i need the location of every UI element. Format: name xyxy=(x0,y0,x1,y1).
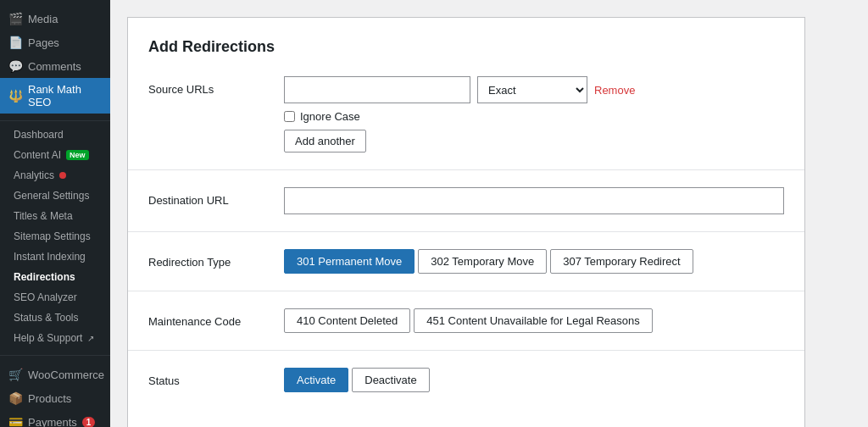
redirection-type-row: Redirection Type 301 Permanent Move 302 … xyxy=(148,249,784,274)
sidebar-item-status-tools[interactable]: Status & Tools xyxy=(0,308,110,328)
sidebar-item-help-support[interactable]: Help & Support ↗ xyxy=(0,328,110,348)
sidebar-item-rank-math[interactable]: 🔱 Rank Math SEO xyxy=(0,78,110,114)
ignore-case-row: Ignore Case xyxy=(284,110,784,123)
sidebar-top-items: 🎬 Media 📄 Pages 💬 Comments 🔱 Rank Math S… xyxy=(0,0,110,121)
sidebar: 🎬 Media 📄 Pages 💬 Comments 🔱 Rank Math S… xyxy=(0,0,110,427)
payments-badge: 1 xyxy=(82,417,96,428)
btn-451-content-unavailable[interactable]: 451 Content Unavailable for Legal Reason… xyxy=(414,308,653,333)
maintenance-code-field: 410 Content Deleted 451 Content Unavaila… xyxy=(284,308,784,333)
sidebar-item-general-settings[interactable]: General Settings xyxy=(0,186,110,206)
btn-301-permanent-move[interactable]: 301 Permanent Move xyxy=(284,249,415,274)
sidebar-item-pages[interactable]: 📄 Pages xyxy=(0,30,110,54)
sidebar-item-instant-indexing[interactable]: Instant Indexing xyxy=(0,247,110,267)
woocommerce-icon: 🛒 xyxy=(8,368,23,381)
sidebar-item-titles-meta[interactable]: Titles & Meta xyxy=(0,206,110,226)
btn-307-temporary-redirect[interactable]: 307 Temporary Redirect xyxy=(550,249,693,274)
sidebar-item-seo-analyzer[interactable]: SEO Analyzer xyxy=(0,287,110,308)
bottom-menu: 🛒 WooCommerce 📦 Products 💳 Payments 1 📊 … xyxy=(0,359,110,427)
maintenance-code-label: Maintenance Code xyxy=(148,308,284,328)
btn-410-content-deleted[interactable]: 410 Content Deleted xyxy=(284,308,410,333)
remove-link[interactable]: Remove xyxy=(594,84,635,97)
pages-icon: 📄 xyxy=(8,36,23,49)
rank-math-icon: 🔱 xyxy=(8,89,23,103)
main-content: Add Redirections Source URLs Exact Conta… xyxy=(110,0,868,427)
destination-url-label: Destination URL xyxy=(148,187,284,207)
deactivate-button[interactable]: Deactivate xyxy=(352,368,429,392)
status-buttons: Activate Deactivate xyxy=(284,368,784,392)
sidebar-item-media[interactable]: 🎬 Media xyxy=(0,7,110,30)
external-link-icon: ↗ xyxy=(87,334,94,343)
source-url-input[interactable] xyxy=(284,76,470,103)
sidebar-item-products[interactable]: 📦 Products xyxy=(0,386,110,410)
rank-math-submenu: Dashboard Content AI New Analytics Gener… xyxy=(0,121,110,352)
new-badge: New xyxy=(66,150,89,160)
destination-url-field xyxy=(284,187,784,214)
sidebar-item-payments[interactable]: 💳 Payments 1 xyxy=(0,410,110,427)
sidebar-item-dashboard[interactable]: Dashboard xyxy=(0,125,110,145)
form-container: Add Redirections Source URLs Exact Conta… xyxy=(127,17,805,427)
products-icon: 📦 xyxy=(8,391,23,405)
maintenance-code-buttons: 410 Content Deleted 451 Content Unavaila… xyxy=(284,308,784,333)
destination-url-input[interactable] xyxy=(284,187,784,214)
status-row: Status Activate Deactivate xyxy=(148,368,784,392)
sidebar-item-comments[interactable]: 💬 Comments xyxy=(0,54,110,78)
source-urls-field: Exact Contains Starts With Ends With Reg… xyxy=(284,76,784,152)
activate-button[interactable]: Activate xyxy=(284,368,348,392)
sidebar-item-content-ai[interactable]: Content AI New xyxy=(0,145,110,165)
add-another-button[interactable]: Add another xyxy=(284,130,366,152)
sidebar-item-sitemap-settings[interactable]: Sitemap Settings xyxy=(0,226,110,247)
maintenance-code-row: Maintenance Code 410 Content Deleted 451… xyxy=(148,308,784,333)
ignore-case-label: Ignore Case xyxy=(300,110,360,123)
analytics-alert-badge xyxy=(59,172,66,179)
sidebar-item-analytics[interactable]: Analytics xyxy=(0,165,110,186)
source-urls-row: Source URLs Exact Contains Starts With E… xyxy=(148,76,784,152)
ignore-case-checkbox[interactable] xyxy=(284,111,295,122)
btn-302-temporary-move[interactable]: 302 Temporary Move xyxy=(418,249,547,274)
destination-url-row: Destination URL xyxy=(148,187,784,214)
source-urls-label: Source URLs xyxy=(148,76,284,96)
redirection-type-field: 301 Permanent Move 302 Temporary Move 30… xyxy=(284,249,784,274)
comments-icon: 💬 xyxy=(8,59,23,73)
status-label: Status xyxy=(148,368,284,387)
source-url-input-row: Exact Contains Starts With Ends With Reg… xyxy=(284,76,784,103)
status-field: Activate Deactivate xyxy=(284,368,784,392)
redirection-type-buttons: 301 Permanent Move 302 Temporary Move 30… xyxy=(284,249,784,274)
source-url-match-select[interactable]: Exact Contains Starts With Ends With Reg… xyxy=(477,76,587,103)
payments-icon: 💳 xyxy=(8,415,23,427)
redirection-type-label: Redirection Type xyxy=(148,249,284,269)
sidebar-item-woocommerce[interactable]: 🛒 WooCommerce xyxy=(0,363,110,386)
sidebar-item-redirections[interactable]: Redirections xyxy=(0,267,110,287)
media-icon: 🎬 xyxy=(8,12,23,25)
page-title: Add Redirections xyxy=(148,38,784,56)
